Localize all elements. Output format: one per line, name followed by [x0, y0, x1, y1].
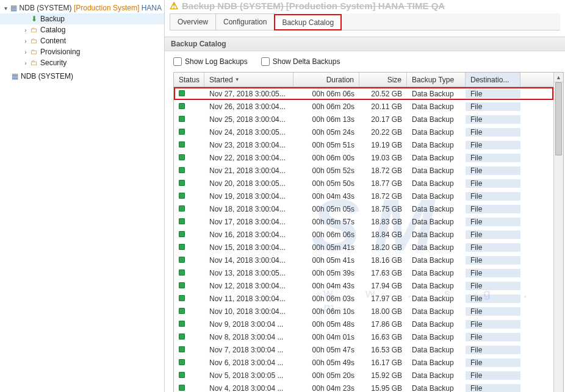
table-row[interactable]: Nov 24, 2018 3:00:05...00h 05m 24s20.22 … [174, 126, 553, 138]
table-row[interactable]: Nov 16, 2018 3:00:04...00h 06m 06s18.84 … [174, 228, 553, 241]
cell-size: 18.77 GB [359, 179, 407, 188]
show-log-backups-checkbox[interactable]: Show Log Backups [173, 57, 248, 66]
show-log-backups-input[interactable] [173, 57, 182, 66]
tree-item-security[interactable]: ›🗀Security [0, 57, 164, 68]
section-title: Backup Catalog [165, 37, 565, 51]
cell-started: Nov 14, 2018 3:00:04... [204, 256, 293, 265]
table-row[interactable]: Nov 9, 2018 3:00:04 ...00h 05m 48s17.86 … [174, 318, 553, 330]
cell-started: Nov 5, 2018 3:00:05 ... [204, 371, 293, 380]
table-row[interactable]: Nov 17, 2018 3:00:04...00h 05m 57s18.83 … [174, 215, 553, 228]
cell-started: Nov 8, 2018 3:00:04 ... [204, 333, 293, 341]
table-row[interactable]: Nov 10, 2018 3:00:04...00h 06m 10s18.00 … [174, 305, 553, 318]
tree-item-catalog[interactable]: ›🗀Catalog [0, 24, 164, 35]
cell-destination: File [466, 384, 520, 393]
cell-type: Data Backup [407, 218, 466, 226]
show-log-backups-label: Show Log Backups [185, 57, 248, 66]
table-row[interactable]: Nov 14, 2018 3:00:04...00h 05m 41s18.16 … [174, 254, 553, 266]
table-row[interactable]: Nov 11, 2018 3:00:04...00h 06m 03s17.97 … [174, 292, 553, 305]
table-row[interactable]: Nov 8, 2018 3:00:04 ...00h 04m 01s16.63 … [174, 330, 553, 343]
expand-icon[interactable]: › [22, 49, 29, 55]
cell-size: 19.03 GB [359, 154, 407, 162]
col-header-started[interactable]: Started▼ [204, 73, 293, 87]
expand-icon[interactable]: › [22, 60, 29, 66]
col-header-type[interactable]: Backup Type [407, 73, 466, 87]
system-icon: ▦ [10, 72, 20, 80]
cell-duration: 00h 06m 10s [293, 307, 359, 316]
cell-started: Nov 18, 2018 3:00:04... [204, 205, 293, 213]
table-row[interactable]: Nov 6, 2018 3:00:04 ...00h 05m 49s16.17 … [174, 356, 553, 369]
cell-size: 18.84 GB [359, 230, 407, 239]
table-row[interactable]: Nov 19, 2018 3:00:04...00h 04m 43s18.72 … [174, 190, 553, 202]
status-success-icon [179, 333, 185, 340]
table-row[interactable]: Nov 25, 2018 3:00:04...00h 06m 13s20.17 … [174, 113, 553, 126]
cell-size: 17.94 GB [359, 282, 407, 290]
vertical-scrollbar[interactable]: ▲ ▼ [553, 73, 563, 392]
table-row[interactable]: Nov 26, 2018 3:00:04...00h 06m 20s20.11 … [174, 100, 553, 113]
cell-duration: 00h 05m 51s [293, 141, 359, 149]
cell-size: 19.19 GB [359, 141, 407, 149]
cell-size: 15.95 GB [359, 384, 407, 393]
cell-started: Nov 23, 2018 3:00:04... [204, 141, 293, 149]
cell-duration: 00h 05m 41s [293, 243, 359, 252]
cell-destination: File [466, 90, 520, 98]
scroll-thumb[interactable] [555, 82, 562, 155]
status-success-icon [179, 193, 185, 199]
cell-destination: File [466, 218, 520, 226]
tree-item-content[interactable]: ›🗀Content [0, 35, 164, 46]
table-row[interactable]: Nov 4, 2018 3:00:04 ...00h 04m 23s15.95 … [174, 382, 553, 392]
tree-root-2-label: NDB (SYSTEM) [21, 72, 73, 80]
table-row[interactable]: Nov 15, 2018 3:00:04...00h 05m 41s18.20 … [174, 241, 553, 254]
col-header-size[interactable]: Size [359, 73, 407, 87]
table-row[interactable]: Nov 27, 2018 3:00:05...00h 06m 06s20.52 … [174, 87, 553, 100]
table-row[interactable]: Nov 5, 2018 3:00:05 ...00h 05m 20s15.92 … [174, 369, 553, 382]
cell-started: Nov 20, 2018 3:00:05... [204, 179, 293, 188]
status-success-icon [179, 321, 185, 327]
tree-item-backup[interactable]: ⬇Backup [0, 13, 164, 24]
scroll-up-button[interactable]: ▲ [554, 73, 563, 82]
show-delta-backups-checkbox[interactable]: Show Delta Backups [261, 57, 340, 66]
tree-item-label: Backup [40, 15, 65, 23]
cell-destination: File [466, 230, 520, 239]
status-success-icon [179, 372, 185, 378]
cell-started: Nov 24, 2018 3:00:05... [204, 128, 293, 137]
table-row[interactable]: Nov 22, 2018 3:00:04...00h 06m 00s19.03 … [174, 151, 553, 164]
col-header-destination[interactable]: Destinatio... [466, 73, 520, 87]
show-delta-backups-input[interactable] [261, 57, 270, 66]
status-success-icon [179, 205, 185, 212]
tree-item-label: Provisioning [40, 48, 80, 56]
tree-item-provisioning[interactable]: ›🗀Provisioning [0, 46, 164, 57]
table-row[interactable]: Nov 18, 2018 3:00:04...00h 05m 05s18.75 … [174, 202, 553, 215]
expand-icon[interactable]: ▾ [2, 5, 9, 12]
cell-size: 16.17 GB [359, 358, 407, 367]
table-row[interactable]: Nov 7, 2018 3:00:04 ...00h 05m 47s16.53 … [174, 343, 553, 356]
cell-started: Nov 17, 2018 3:00:04... [204, 218, 293, 226]
cell-started: Nov 12, 2018 3:00:04... [204, 282, 293, 290]
tree-item-label: Content [40, 37, 66, 45]
cell-duration: 00h 05m 05s [293, 205, 359, 213]
col-header-status[interactable]: Status [174, 73, 204, 87]
tab-backup-catalog[interactable]: Backup Catalog [274, 14, 342, 30]
tree-root-ndb-2[interactable]: ▦ NDB (SYSTEM) [0, 71, 164, 82]
cell-size: 16.63 GB [359, 333, 407, 341]
cell-destination: File [466, 179, 520, 188]
warning-icon: ⚠ [170, 0, 178, 11]
expand-icon[interactable]: › [22, 27, 29, 34]
col-header-duration[interactable]: Duration [293, 73, 359, 87]
table-row[interactable]: Nov 20, 2018 3:00:05...00h 05m 50s18.77 … [174, 177, 553, 190]
tree-root-label-hana: HANA [142, 4, 162, 12]
cell-duration: 00h 05m 49s [293, 358, 359, 367]
tab-configuration[interactable]: Configuration [215, 13, 275, 30]
cell-duration: 00h 04m 01s [293, 333, 359, 341]
tree-root-ndb[interactable]: ▾ ▦ NDB (SYSTEM) [Production System] HAN… [0, 2, 164, 13]
table-row[interactable]: Nov 21, 2018 3:00:04...00h 05m 52s18.72 … [174, 164, 553, 177]
table-row[interactable]: Nov 23, 2018 3:00:04...00h 05m 51s19.19 … [174, 138, 553, 151]
table-row[interactable]: Nov 13, 2018 3:00:05...00h 05m 39s17.63 … [174, 266, 553, 279]
cell-started: Nov 6, 2018 3:00:04 ... [204, 358, 293, 367]
table-row[interactable]: Nov 12, 2018 3:00:04...00h 04m 43s17.94 … [174, 279, 553, 292]
status-success-icon [179, 359, 185, 365]
cell-duration: 00h 06m 00s [293, 154, 359, 162]
catalog-toolbar: Show Log Backups Show Delta Backups [165, 51, 565, 72]
expand-icon[interactable]: › [22, 38, 29, 45]
tab-overview[interactable]: Overview [170, 13, 216, 30]
table-header: Status Started▼ Duration Size Backup Typ… [174, 73, 553, 87]
